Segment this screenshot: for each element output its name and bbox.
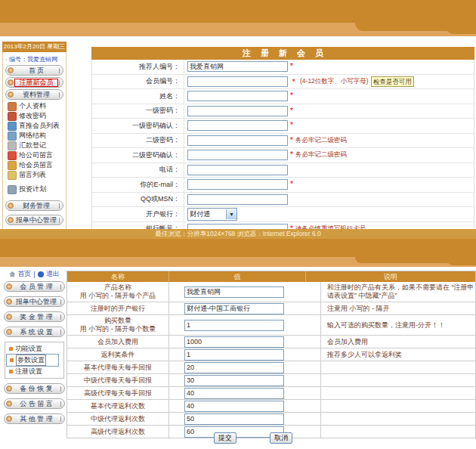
field-label: 你的E-mail： bbox=[92, 178, 184, 192]
mid-agent-times-input[interactable] bbox=[184, 413, 284, 425]
product-name-input[interactable] bbox=[184, 286, 284, 298]
bottom-banner-dark bbox=[0, 239, 476, 257]
bank-select[interactable]: 财付通 ▼ bbox=[187, 208, 237, 221]
rebate-condition-input[interactable] bbox=[184, 349, 284, 361]
sidebar-item-label: 留言列表 bbox=[19, 170, 46, 180]
bullet-icon: · bbox=[5, 56, 8, 63]
register-bank-input[interactable] bbox=[184, 303, 284, 314]
form-row: 一级密码： * bbox=[92, 104, 474, 119]
sidebar-item-register-new-member[interactable]: 注册新会员 bbox=[5, 77, 63, 88]
required-asterisk: * bbox=[290, 151, 293, 159]
required-asterisk: * bbox=[290, 92, 293, 100]
divider-icon bbox=[59, 218, 61, 223]
password1-input[interactable] bbox=[187, 106, 288, 116]
lock-icon bbox=[8, 112, 17, 121]
sidebar-item-label: 注册设置 bbox=[15, 367, 42, 376]
sidebar-item-function-settings[interactable]: 功能设置 bbox=[6, 344, 63, 354]
register-form: 注 册 新 会 员 推荐人编号： * 会员编号： ＊(4-12位数字、小写字母)… bbox=[91, 47, 474, 237]
sidebar-item-message-to-company[interactable]: 给公司留言 bbox=[4, 150, 65, 160]
form-row: 开户银行： 财付通 ▼ bbox=[92, 206, 474, 221]
check-availability-button[interactable]: 检查是否可用 bbox=[371, 76, 414, 87]
sidebar-item-label: 奖 金 管 理 bbox=[12, 312, 60, 322]
dot-icon bbox=[6, 401, 12, 407]
sidebar-item-bonus-management[interactable]: 奖 金 管 理 bbox=[4, 311, 65, 322]
table-row: 基本代理返利次数 bbox=[67, 399, 475, 412]
sidebar-item-system-settings[interactable]: 系 统 设 置 bbox=[4, 327, 65, 337]
sidebar-item-register-settings[interactable]: 注册设置 bbox=[6, 367, 63, 376]
column-header: 说明 bbox=[306, 271, 475, 282]
required-asterisk: * bbox=[290, 137, 293, 144]
basic-agent-times-input[interactable] bbox=[184, 401, 284, 412]
cancel-button[interactable]: 取消 bbox=[270, 432, 292, 444]
form-row: 二级密码确认： *务必牢记二级密码 bbox=[92, 147, 474, 163]
form-row: 二级密码： *务必牢记二级密码 bbox=[92, 133, 474, 148]
sidebar-item-finance-management[interactable]: 财务管理 bbox=[5, 200, 63, 211]
sidebar-item-label: 个人资料 bbox=[19, 101, 46, 111]
password2-input[interactable] bbox=[187, 135, 288, 146]
sidebar-item-announcement[interactable]: 公 告 留 言 bbox=[4, 398, 65, 409]
sidebar-item-label: 修改密码 bbox=[19, 111, 46, 121]
setting-name: 基本代理每天每手回报 bbox=[84, 364, 152, 372]
required-asterisk: * bbox=[290, 107, 293, 115]
email-input[interactable] bbox=[187, 179, 288, 190]
setting-name: 产品名称 bbox=[104, 283, 131, 292]
form-row: QQ或MSN： bbox=[92, 192, 474, 207]
banner-curve bbox=[446, 257, 476, 265]
sidebar-item-network-structure[interactable]: 网络结构 bbox=[4, 131, 65, 141]
qq-msn-input[interactable] bbox=[187, 194, 288, 205]
purchase-quantity-input[interactable] bbox=[184, 320, 284, 331]
exit-link[interactable]: 退出 bbox=[46, 269, 60, 279]
member-id-label: · 编号：我爱直销网 bbox=[5, 55, 65, 63]
member-id-input[interactable] bbox=[187, 76, 288, 87]
sidebar-item-home[interactable]: 首 页 bbox=[5, 65, 63, 76]
sidebar-item-message-list[interactable]: 留言列表 bbox=[4, 170, 65, 180]
submit-button[interactable]: 提交 bbox=[214, 432, 236, 444]
required-asterisk: * bbox=[290, 63, 293, 70]
form-row: 电话： bbox=[92, 163, 474, 178]
divider-icon bbox=[60, 386, 63, 392]
sidebar-item-label: 公 告 留 言 bbox=[12, 399, 60, 409]
sidebar-item-parameter-settings[interactable]: 参数设置 bbox=[6, 354, 59, 367]
setting-name: 高级代理返利次数 bbox=[91, 428, 145, 436]
senior-agent-return-input[interactable] bbox=[184, 388, 284, 399]
field-hint: (4-12位数字、小写字母) bbox=[300, 77, 369, 86]
user-icon bbox=[8, 102, 17, 111]
sidebar-item-data-management[interactable]: 资料管理 bbox=[5, 89, 63, 100]
table-header: 名称 值 说明 bbox=[67, 271, 475, 282]
password2-confirm-input[interactable] bbox=[187, 150, 288, 160]
home-link[interactable]: 首页 bbox=[17, 269, 31, 279]
sidebar-item-remittance[interactable]: 汇款登记 bbox=[4, 141, 65, 150]
table-row: 高级代理每天每手回报 bbox=[67, 386, 475, 399]
sidebar-item-personal-info[interactable]: 个人资料 bbox=[4, 101, 65, 111]
home-icon bbox=[9, 271, 15, 277]
sidebar-item-backup-restore[interactable]: 备 份 恢 复 bbox=[4, 383, 65, 394]
setting-name: 中级代理每天每手回报 bbox=[84, 376, 152, 385]
referrer-id-input[interactable] bbox=[187, 61, 288, 72]
password1-confirm-input[interactable] bbox=[187, 120, 288, 131]
basic-agent-return-input[interactable] bbox=[184, 362, 284, 373]
sidebar-item-member-management[interactable]: 会 员 管 理 bbox=[4, 281, 65, 292]
sidebar-item-other-management[interactable]: 其 他 管 理 bbox=[4, 413, 65, 424]
table-row: 注册时的开户银行 注意用 小写的 - 隔开 bbox=[67, 302, 475, 314]
sidebar-item-message-to-member[interactable]: 给会员留言 bbox=[4, 160, 65, 170]
sidebar-item-direct-member-list[interactable]: 直推会员列表 bbox=[4, 121, 65, 131]
mid-agent-return-input[interactable] bbox=[184, 375, 284, 386]
setting-name: 基本代理返利次数 bbox=[91, 402, 145, 410]
setting-name: 注册时的开户银行 bbox=[91, 305, 145, 313]
money-icon bbox=[8, 141, 17, 150]
form-row: 一级密码确认： * bbox=[92, 118, 474, 133]
field-label: 推荐人编号： bbox=[92, 60, 184, 74]
sidebar-item-order-center[interactable]: 报单中心管理 bbox=[5, 215, 63, 225]
link-divider: | bbox=[33, 271, 35, 278]
sidebar-item-order-center-management[interactable]: 报单中心管理 bbox=[4, 296, 65, 307]
sidebar-item-change-password[interactable]: 修改密码 bbox=[4, 111, 65, 121]
sidebar-item-label: 报单中心管理 bbox=[14, 215, 59, 225]
phone-input[interactable] bbox=[187, 165, 288, 175]
dot-icon bbox=[6, 416, 12, 422]
join-fee-input[interactable] bbox=[184, 336, 284, 348]
name-input[interactable] bbox=[187, 91, 288, 101]
field-hint: 务必牢记二级密码 bbox=[295, 150, 347, 159]
field-label: 开户银行： bbox=[92, 207, 184, 221]
form-row: 推荐人编号： * bbox=[92, 60, 474, 74]
sidebar-item-investment-plan[interactable]: 投资计划 bbox=[4, 184, 65, 194]
